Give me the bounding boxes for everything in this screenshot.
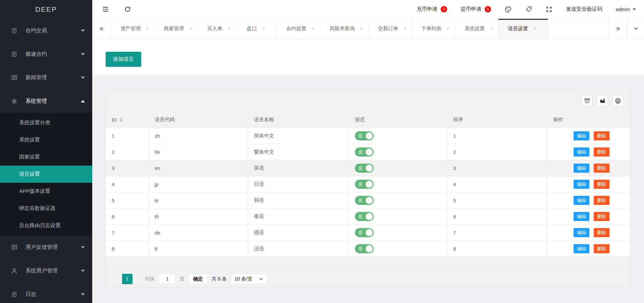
status-toggle[interactable]: 是 (355, 244, 374, 253)
sidebar-subitem-APP版本设置[interactable]: APP版本设置 (0, 183, 92, 200)
tag-icon[interactable] (525, 6, 532, 13)
edit-button[interactable]: 编辑 (574, 164, 589, 173)
admin-menu[interactable]: admin (616, 6, 636, 12)
sort-icon[interactable] (119, 118, 123, 122)
export-icon[interactable] (597, 95, 608, 106)
tab-系统设置[interactable]: 系统设置 × (455, 19, 498, 38)
column-header-排序: 排序 (447, 112, 547, 128)
sidebar-subitem-系统设置[interactable]: 系统设置 (0, 131, 92, 148)
confirm-page-button[interactable]: 确定 (189, 274, 208, 284)
sidebar-item-system-manage[interactable]: 系统管理 (0, 89, 92, 113)
prev-page-icon[interactable]: ‹ (113, 275, 118, 282)
fullscreen-icon[interactable] (546, 6, 552, 13)
current-page[interactable]: 1 (122, 274, 132, 284)
table-row: 6 th 泰语 是 6 编辑 删除 (106, 209, 630, 225)
collapse-menu-icon[interactable] (102, 5, 109, 13)
edit-button[interactable]: 编辑 (574, 212, 589, 221)
tab-语言设置[interactable]: 语言设置 × (498, 19, 548, 38)
admin-username: admin (616, 6, 630, 12)
delete-button[interactable]: 删除 (594, 212, 609, 221)
cell-sort: 2 (453, 149, 456, 155)
cell-id: 4 (112, 181, 114, 187)
tabs-dropdown[interactable] (627, 19, 644, 38)
tab-下单列表[interactable]: 下单列表 × (412, 19, 455, 38)
tab-close-icon[interactable]: × (146, 26, 149, 31)
tab-合约设置[interactable]: 合约设置 × (277, 19, 320, 38)
withdraw-requests[interactable]: 提币申请 5 (461, 6, 491, 13)
sidebar-item-user-feedback[interactable]: 用户反馈管理 (0, 235, 92, 259)
tab-close-icon[interactable]: × (262, 26, 265, 31)
add-language-button[interactable]: 添加语言 (106, 52, 141, 67)
sidebar-item-news-manage[interactable]: 新闻管理 (0, 66, 92, 89)
sidebar-item-system-users[interactable]: 系统用户管理 (0, 259, 92, 283)
sidebar-subitem-语言设置[interactable]: 语言设置 (0, 166, 92, 183)
status-toggle[interactable]: 是 (355, 131, 374, 140)
sidebar-item-logs[interactable]: 日志 (0, 283, 92, 303)
sidebar-subitem-系统设置分类[interactable]: 系统设置分类 (0, 114, 92, 131)
edit-button[interactable]: 编辑 (574, 131, 589, 140)
edit-button[interactable]: 编辑 (574, 228, 589, 237)
page-number-input[interactable] (159, 274, 175, 284)
columns-icon[interactable] (581, 95, 593, 106)
status-toggle[interactable]: 是 (355, 196, 374, 205)
cell-sort: 7 (453, 230, 456, 235)
sidebar-subitem-国家设置[interactable]: 国家设置 (0, 148, 92, 166)
book-icon (11, 244, 17, 251)
edit-button[interactable]: 编辑 (574, 147, 589, 157)
deposit-requests[interactable]: 充币申请 0 (417, 6, 447, 13)
column-header-操作: 操作 (547, 112, 630, 128)
cell-language-code: en (155, 165, 160, 171)
refresh-icon[interactable] (124, 6, 131, 13)
delete-button[interactable]: 删除 (594, 180, 609, 189)
tab-盘口[interactable]: 盘口 × (237, 19, 277, 38)
edit-button[interactable]: 编辑 (574, 180, 589, 189)
tab-交易订单[interactable]: 交易订单 × (369, 19, 412, 38)
tab-close-icon[interactable]: × (227, 26, 230, 31)
tab-close-icon[interactable]: × (404, 26, 406, 31)
tab-close-icon[interactable]: × (533, 26, 536, 31)
sidebar-item-contract-trade[interactable]: 合约交易 (0, 19, 92, 42)
edit-button[interactable]: 编辑 (574, 244, 589, 253)
delete-button[interactable]: 删除 (594, 147, 609, 157)
delete-button[interactable]: 删除 (594, 228, 609, 237)
tab-close-icon[interactable]: × (189, 26, 192, 31)
tab-close-icon[interactable]: × (490, 26, 493, 31)
delete-button[interactable]: 删除 (594, 164, 609, 173)
sidebar-item-fast-contract[interactable]: 极速合约 (0, 42, 92, 66)
sidebar-subitem-绑定谷歌验证器[interactable]: 绑定谷歌验证器 (0, 200, 92, 217)
cell-language-name: 泰语 (254, 213, 264, 219)
cell-language-name: 简体中文 (254, 133, 274, 138)
print-icon[interactable] (612, 95, 624, 106)
delete-button[interactable]: 删除 (594, 244, 609, 253)
tab-商家管理[interactable]: 商家管理 × (154, 19, 198, 38)
page-size-select[interactable]: 10 条/页 (231, 274, 267, 284)
tab-close-icon[interactable]: × (360, 26, 363, 31)
topbar-right: 充币申请 0 提币申请 5 (417, 6, 636, 13)
edit-button[interactable]: 编辑 (574, 196, 589, 205)
book-icon (11, 75, 17, 81)
cell-sort: 6 (453, 214, 456, 219)
tab-close-icon[interactable]: × (312, 26, 314, 31)
tab-close-icon[interactable]: × (447, 26, 449, 31)
status-toggle[interactable]: 是 (355, 212, 374, 221)
page-size-value: 10 条/页 (234, 276, 252, 282)
cell-id: 8 (112, 246, 114, 252)
tabs-scroll-right[interactable]: » (608, 19, 627, 38)
cell-id: 6 (112, 214, 114, 219)
delete-button[interactable]: 删除 (594, 196, 609, 205)
tab-资产管理[interactable]: 资产管理 × (111, 19, 154, 38)
status-toggle[interactable]: 是 (355, 164, 374, 173)
status-toggle[interactable]: 是 (355, 180, 374, 189)
cell-sort: 5 (453, 198, 456, 203)
status-toggle[interactable]: 是 (355, 228, 374, 237)
status-toggle[interactable]: 是 (355, 147, 374, 157)
delete-button[interactable]: 删除 (594, 131, 609, 140)
send-security-code[interactable]: 发送安全验证码 (566, 6, 602, 13)
tabs-scroll-left[interactable]: « (92, 19, 111, 38)
palette-icon[interactable] (504, 6, 512, 13)
tab-买入单[interactable]: 买入单 × (198, 19, 237, 38)
tab-风险率查询[interactable]: 风险率查询 × (320, 19, 369, 38)
next-page-icon[interactable]: › (137, 275, 141, 282)
sidebar-subitem-后台路由日志设置[interactable]: 后台路由日志设置 (0, 217, 92, 234)
cell-language-code: fr (155, 246, 158, 252)
